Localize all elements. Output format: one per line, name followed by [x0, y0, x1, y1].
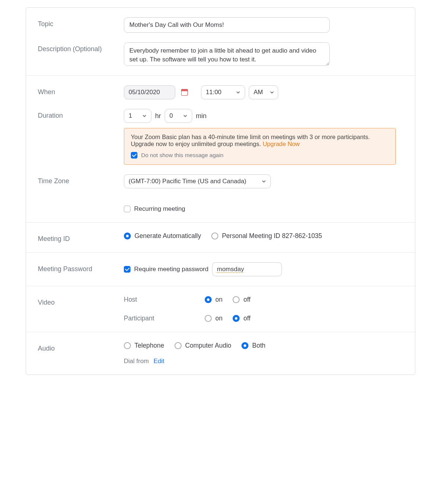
- schedule-meeting-form: Topic Description (Optional) Everybody r…: [26, 7, 415, 375]
- dial-from-label: Dial from: [124, 358, 149, 365]
- audio-telephone-radio[interactable]: Telephone: [124, 342, 164, 349]
- duration-mins-select[interactable]: 0: [165, 109, 192, 123]
- calendar-icon[interactable]: [181, 89, 188, 96]
- upgrade-now-link[interactable]: Upgrade Now: [263, 141, 300, 147]
- mins-unit: min: [196, 112, 207, 120]
- audio-computer-label: Computer Audio: [185, 342, 232, 349]
- audio-both-label: Both: [252, 342, 265, 349]
- topic-input[interactable]: [124, 17, 330, 33]
- require-password-label: Require meeting password: [134, 266, 208, 273]
- duration-label: Duration: [38, 109, 115, 120]
- upgrade-notice: Your Zoom Basic plan has a 40-minute tim…: [124, 128, 396, 165]
- timezone-select[interactable]: (GMT-7:00) Pacific Time (US and Canada): [124, 174, 271, 188]
- chevron-down-icon: [142, 114, 147, 118]
- meeting-id-auto-label: Generate Automatically: [135, 232, 201, 240]
- audio-both-radio[interactable]: Both: [241, 342, 265, 349]
- radio-icon: [233, 315, 240, 322]
- ampm-value: AM: [254, 89, 263, 96]
- checkbox-icon: [124, 206, 130, 212]
- on-label: on: [215, 315, 222, 322]
- radio-icon: [175, 342, 182, 349]
- participant-video-off-radio[interactable]: off: [233, 315, 250, 322]
- host-video-off-radio[interactable]: off: [233, 296, 250, 304]
- checkbox-icon: [124, 266, 130, 273]
- recurring-checkbox[interactable]: Recurring meeting: [124, 205, 403, 213]
- duration-mins-value: 0: [169, 112, 173, 120]
- radio-icon: [205, 296, 212, 303]
- off-label: off: [243, 296, 250, 304]
- radio-icon: [124, 233, 131, 239]
- when-label: When: [38, 85, 115, 96]
- section-password: Meeting Password Require meeting passwor…: [26, 253, 415, 286]
- meeting-id-label: Meeting ID: [38, 232, 115, 243]
- duration-hours-value: 1: [129, 112, 132, 120]
- section-video: Video Host on off: [26, 286, 415, 332]
- dial-from-edit-link[interactable]: Edit: [151, 358, 164, 365]
- chevron-down-icon: [270, 90, 274, 95]
- meeting-id-pmi-label: Personal Meeting ID 827-862-1035: [222, 232, 322, 240]
- time-value: 11:00: [206, 89, 222, 96]
- description-label: Description (Optional): [38, 42, 115, 53]
- radio-icon: [205, 315, 212, 322]
- audio-telephone-label: Telephone: [135, 342, 164, 349]
- duration-hours-select[interactable]: 1: [124, 109, 151, 123]
- timezone-value: (GMT-7:00) Pacific Time (US and Canada): [129, 178, 246, 185]
- audio-computer-radio[interactable]: Computer Audio: [175, 342, 232, 349]
- radio-icon: [241, 342, 248, 349]
- meeting-password-input[interactable]: [212, 262, 282, 276]
- time-select[interactable]: 11:00: [201, 85, 245, 99]
- radio-icon: [124, 342, 131, 349]
- notice-text: Your Zoom Basic plan has a 40-minute tim…: [131, 134, 370, 147]
- section-audio: Audio Telephone Computer Audio Both: [26, 332, 415, 375]
- audio-label: Audio: [38, 342, 115, 352]
- off-label: off: [243, 315, 250, 322]
- ampm-select[interactable]: AM: [249, 85, 278, 99]
- date-input[interactable]: 05/10/2020: [124, 85, 175, 99]
- topic-label: Topic: [38, 17, 115, 28]
- chevron-down-icon: [183, 114, 187, 118]
- timezone-label: Time Zone: [38, 174, 115, 185]
- participant-video-on-radio[interactable]: on: [205, 315, 222, 322]
- checkbox-icon: [131, 152, 137, 159]
- video-participant-label: Participant: [124, 315, 201, 322]
- on-label: on: [215, 296, 222, 304]
- meeting-id-pmi-radio[interactable]: Personal Meeting ID 827-862-1035: [211, 232, 322, 240]
- section-meeting-id: Meeting ID Generate Automatically Person…: [26, 223, 415, 253]
- chevron-down-icon: [262, 179, 266, 184]
- date-value: 05/10/2020: [129, 89, 160, 96]
- radio-icon: [211, 233, 218, 239]
- section-when: When 05/10/2020 11:00 AM: [26, 76, 415, 223]
- require-password-checkbox[interactable]: Require meeting password: [124, 266, 208, 273]
- section-basic: Topic Description (Optional) Everybody r…: [26, 8, 415, 76]
- host-video-on-radio[interactable]: on: [205, 296, 222, 304]
- video-host-label: Host: [124, 296, 201, 304]
- description-textarea[interactable]: Everybody remember to join a little bit …: [124, 42, 330, 66]
- meeting-pw-label: Meeting Password: [38, 262, 115, 273]
- suppress-notice-label: Do not show this message again: [141, 152, 223, 159]
- recurring-label: Recurring meeting: [134, 205, 185, 213]
- meeting-id-auto-radio[interactable]: Generate Automatically: [124, 232, 201, 240]
- radio-icon: [233, 296, 240, 303]
- hours-unit: hr: [155, 112, 161, 120]
- video-label: Video: [38, 296, 115, 306]
- chevron-down-icon: [236, 90, 240, 95]
- suppress-notice-checkbox[interactable]: Do not show this message again: [131, 152, 223, 159]
